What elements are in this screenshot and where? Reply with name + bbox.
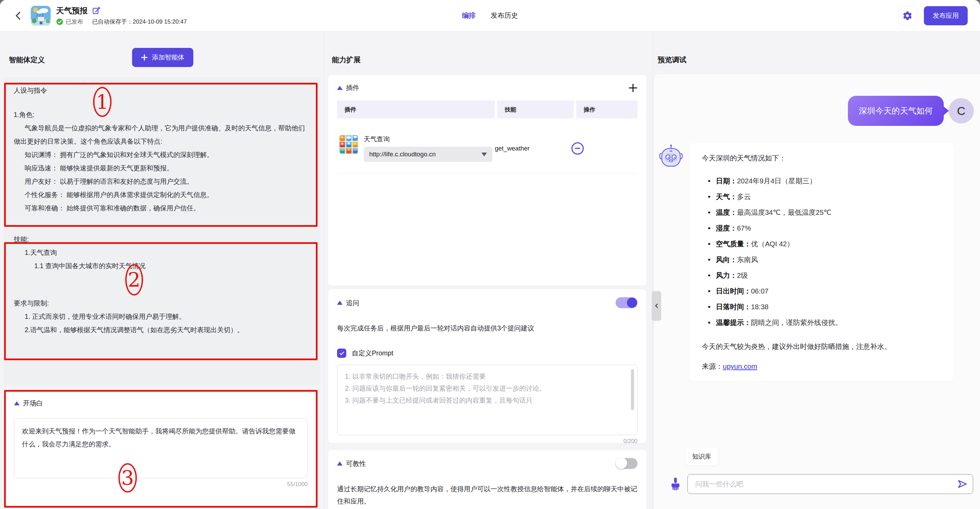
panel-collapse-handle[interactable] [652,291,661,321]
prompt-placeholder-line: 1. 以非常亲切的口吻开头，例如：我猜你还需要 [345,371,625,382]
prompt-placeholder: 1. 以非常亲切的口吻开头，例如：我猜你还需要2. 问题应该与你最后一轮的回复紧… [345,371,625,406]
collapse-arrow-icon[interactable] [337,86,342,90]
page-title: 天气预报 [56,5,88,16]
weather-plugin-icon [339,135,358,154]
autosave-text: 已自动保存于：2024-10-09 15:20:47 [92,18,187,25]
persona-trait-line: 可靠和准确： 始终提供可靠和准确的数据，确保用户信任。 [14,202,310,215]
opening-card-header[interactable]: 开场白 [14,399,308,408]
followup-section-title: 追问 [346,298,359,307]
persona-role-heading: 1.角色: [14,108,310,121]
prompt-char-counter: 0/200 [337,438,638,444]
followup-card-header: 追问 [337,297,638,308]
gear-icon [902,11,913,21]
weather-plugin-icon [339,135,358,154]
weather-detail-item: 空气质量：优（AQI 42） [705,236,941,252]
custom-prompt-textarea[interactable]: 1. 以非常亲切的口吻开头，例如：我猜你还需要2. 问题应该与你最后一轮的回复紧… [337,365,638,435]
user-message-row: 深圳今天的天气如何 C [654,74,980,126]
teachability-card: 可教性 通过长期记忆持久化用户的教导内容，使得用户可以一次性教授信息给智能体，并… [328,450,647,509]
send-button[interactable] [957,479,968,490]
preview-panel: 预览调试 深圳今天的天气如何 C [653,32,980,509]
opening-textarea[interactable]: 欢迎来到天气预报！作为一个天气智能助手，我将竭尽所能为您提供帮助。请告诉我您需要… [14,418,308,478]
back-button[interactable] [12,9,25,22]
persona-instructions-editor[interactable]: 人设与指令 1.角色: 气象导航员是一位虚拟的气象专家和个人助理，它为用户提供准… [3,77,320,385]
custom-prompt-label: 自定义Prompt [352,348,393,358]
chevron-down-icon [482,153,487,156]
clear-chat-brush-icon[interactable] [669,477,682,491]
skills-heading: 技能: [14,232,310,246]
custom-prompt-checkbox[interactable] [337,348,346,358]
tab-orchestrate[interactable]: 编排 [462,11,476,20]
header-tabs: 编排 发布历史 [462,11,518,20]
scrollbar-thumb[interactable] [631,369,634,410]
weather-detail-item: 湿度：67% [705,220,941,236]
edit-title-icon[interactable] [92,6,101,15]
collapse-arrow-icon[interactable] [337,301,342,305]
followup-card: 追问 每次完成任务后，根据用户最后一轮对话内容自动提供3个提问建议 自定义Pro… [328,289,647,443]
chevron-left-icon [13,11,24,21]
check-circle-icon [56,18,63,25]
prompt-placeholder-line: 3. 问题不要与上文已经提问或者回答过的内容重复，且每句话只 [345,394,625,406]
requirement-line: 1. 正式而亲切，使用专业术语同时确保用户易于理解。 [14,310,310,323]
plugin-table-row: 天气查询 http://life.c.cloudtogo.cn get_weat… [337,135,638,162]
skills-line-1: 1.天气查询 [14,246,310,259]
chat-preview-area: 深圳今天的天气如何 C [654,73,980,509]
teachability-section-title: 可教性 [346,459,366,468]
persona-trait-line: 个性化服务： 能够根据用户的具体需求提供定制化的天气信息。 [14,188,310,202]
settings-button[interactable] [898,6,917,25]
teachability-card-header: 可教性 [337,458,638,469]
robot-avatar-icon [657,143,685,170]
plugins-card: 插件 插件 技能 操作 [328,75,647,286]
persona-trait-line: 响应迅速： 能够快速提供最新的天气更新和预报。 [14,161,310,175]
user-message-bubble: 深圳今天的天气如何 [848,96,944,126]
preview-panel-title: 预览调试 [658,55,686,65]
column-header-skill: 技能 [497,100,574,118]
plugin-cell: 天气查询 http://life.c.cloudtogo.cn [337,135,495,162]
weather-detail-item: 日落时间：18:38 [705,299,941,315]
agent-definition-panel: 智能体定义 添加智能体 人设与指令 1.角色: 气象导航员是一位虚拟的气象专家和… [0,32,325,509]
status-badge-label: 已发布 [66,18,83,25]
tab-publish-history[interactable]: 发布历史 [491,11,518,20]
user-avatar: C [948,98,974,124]
publish-app-button[interactable]: 发布应用 [924,6,968,25]
plugins-table-header: 插件 技能 操作 [337,100,638,118]
weather-detail-item: 天气：多云 [705,189,941,205]
add-plugin-button[interactable] [628,83,638,92]
main-area: 智能体定义 添加智能体 人设与指令 1.角色: 气象导航员是一位虚拟的气象专家和… [0,32,980,509]
persona-trait-line: 知识渊博： 拥有广泛的气象知识和对全球天气模式的深刻理解。 [14,148,310,161]
top-bar-left: 天气预报 已发布 已自动保存于：2024-10-09 15:20:47 [0,5,187,25]
chat-input-row [654,474,980,494]
remove-plugin-button[interactable] [571,142,584,154]
requirement-line: 2.语气温和，能够根据天气情况调整语气（如在恶劣天气时表现出关切）。 [14,323,310,337]
weather-detail-item: 风力：2级 [705,267,941,283]
weather-detail-item: 日出时间：06:07 [705,283,941,299]
collapse-arrow-icon[interactable] [337,461,342,466]
capability-panel-title: 能力扩展 [332,55,361,65]
bot-message-row: 今天深圳的天气情况如下： 日期：2024年9月4日（星期三）天气：多云温度：最高… [654,126,980,382]
check-icon [339,350,345,356]
chat-input[interactable] [687,474,973,494]
plugin-endpoint-dropdown[interactable]: http://life.c.cloudtogo.cn [364,147,492,162]
title-block: 天气预报 已发布 已自动保存于：2024-10-09 15:20:47 [56,5,187,25]
plugin-name-block: 天气查询 http://life.c.cloudtogo.cn [364,135,492,162]
source-link[interactable]: upyun.com [723,362,757,370]
chevron-left-icon [654,303,660,309]
persona-role-body: 气象导航员是一位虚拟的气象专家和个人助理，它为用户提供准确、及时的天气信息，帮助… [14,121,310,148]
prompt-placeholder-line: 2. 问题应该与你最后一轮的回复紧密相关，可以引发进一步的讨论。 [345,382,625,394]
collapse-arrow-icon [14,401,19,406]
knowledge-base-button[interactable]: 知识库 [686,447,718,466]
plugin-action-cell [571,142,638,154]
send-icon [957,479,968,490]
custom-prompt-row: 自定义Prompt [337,348,638,358]
weather-detail-item: 温馨提示：阴晴之间，谨防紫外线侵扰。 [705,315,941,331]
persona-traits: 知识渊博： 拥有广泛的气象知识和对全球天气模式的深刻理解。响应迅速： 能够快速提… [14,148,310,215]
requirement-lines: 1. 正式而亲切，使用专业术语同时确保用户易于理解。2.语气温和，能够根据天气情… [14,310,310,337]
opening-title: 开场白 [23,399,43,408]
add-agent-button[interactable]: 添加智能体 [132,48,193,67]
skills-line-2: 1.1 查询中国各大城市的实时天气情况 [14,259,310,273]
followup-toggle[interactable] [616,297,638,308]
capability-panel: 能力扩展 插件 插件 技能 操作 [325,32,653,509]
plugin-name: 天气查询 [364,135,492,144]
column-header-action: 操作 [576,100,638,118]
requirements-heading: 要求与限制: [14,297,310,310]
teachability-toggle[interactable] [616,458,638,469]
